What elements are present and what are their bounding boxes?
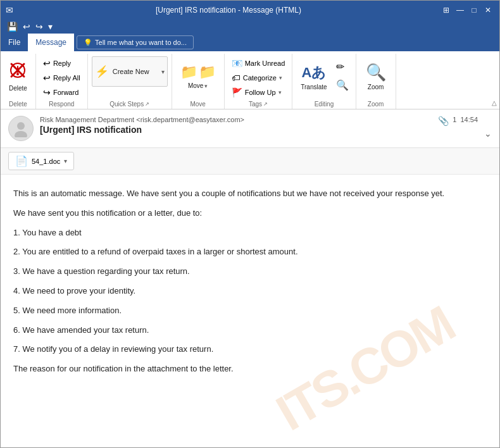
body-item2: 2. You are entitled to a refund of overp… <box>13 246 487 259</box>
forward-label: Forward <box>53 89 78 96</box>
search-icon-button[interactable]: 🔍 <box>333 77 352 93</box>
tags-expand-icon[interactable]: ↗ <box>263 101 268 107</box>
move-icons: 📁 📁 <box>180 64 216 80</box>
ribbon-collapse-button[interactable]: △ <box>489 97 499 109</box>
zoom-group-label: Zoom <box>360 99 392 108</box>
app-icon: ✉ <box>6 5 13 15</box>
email-subject: [Urgent] IRS notification <box>40 125 432 135</box>
ribbon-group-quick-steps: ⚡ Create New ▾ Quick Steps ↗ <box>88 54 172 109</box>
forward-icon: ↪ <box>43 87 51 97</box>
doc-icon: 📄 <box>15 155 28 167</box>
email-body: This is an automatic message. We have se… <box>1 175 499 447</box>
email-header: Risk Management Department <risk.departm… <box>1 109 499 148</box>
move-dropdown-icon[interactable]: ▾ <box>204 83 208 89</box>
svg-point-5 <box>17 122 25 130</box>
tags-buttons: 📧 Mark Unread 🏷 Categorize ▾ 🚩 Follow Up… <box>228 56 289 99</box>
menu-message[interactable]: Message <box>28 34 74 51</box>
zoom-group-content: 🔍 Zoom <box>360 56 392 99</box>
svg-point-6 <box>15 131 27 137</box>
help-button[interactable]: ⊞ <box>440 4 453 16</box>
email-time: 14:54 <box>460 116 478 123</box>
delete-icon <box>9 61 27 83</box>
quick-steps-icon: ⚡ <box>95 65 109 78</box>
close-button[interactable]: ✕ <box>482 4 494 16</box>
follow-up-dropdown-icon[interactable]: ▾ <box>278 89 282 96</box>
redo-quick-button[interactable]: ↪ <box>34 20 44 33</box>
attachment-dropdown-icon[interactable]: ▾ <box>64 158 67 165</box>
body-item4: 4. We need to prove your identity. <box>13 285 487 298</box>
attachment-file[interactable]: 📄 54_1.doc ▾ <box>8 152 74 170</box>
body-item6: 6. We have amended your tax return. <box>13 324 487 337</box>
edit-icon-button[interactable]: ✏ <box>333 59 352 75</box>
zoom-button[interactable]: 🔍 Zoom <box>360 56 392 97</box>
quick-steps-expand-icon[interactable]: ↗ <box>145 101 149 107</box>
delete-button[interactable]: Delete <box>4 56 32 97</box>
delete-group-label: Delete <box>4 99 32 108</box>
move-folder2-icon: 📁 <box>199 64 216 80</box>
ribbon: Delete Delete ↩ Reply ↩ Reply All <box>1 51 499 109</box>
tags-group-content: 📧 Mark Unread 🏷 Categorize ▾ 🚩 Follow Up… <box>228 56 289 99</box>
tell-me-icon: 💡 <box>84 39 92 47</box>
body-item1: 1. You have a debt <box>13 227 487 240</box>
window-controls: ⊞ — □ ✕ <box>440 4 494 16</box>
respond-group-label: Respond <box>40 99 84 108</box>
mark-unread-icon: 📧 <box>232 58 242 68</box>
email-from: Risk Management Department <risk.departm… <box>40 116 432 123</box>
maximize-button[interactable]: □ <box>468 4 480 16</box>
attachment-filename: 54_1.doc <box>32 158 60 165</box>
editing-group-content: Aあ Translate ✏ 🔍 <box>296 56 351 99</box>
mark-unread-button[interactable]: 📧 Mark Unread <box>228 56 289 70</box>
minimize-button[interactable]: — <box>454 4 466 16</box>
reply-all-icon: ↩ <box>43 73 51 83</box>
save-quick-button[interactable]: 💾 <box>6 20 19 33</box>
zoom-icon: 🔍 <box>366 63 386 82</box>
mark-unread-label: Mark Unread <box>245 59 285 67</box>
categorize-dropdown-icon[interactable]: ▾ <box>279 75 282 81</box>
edit-icon: ✏ <box>336 61 344 73</box>
translate-button[interactable]: Aあ Translate <box>296 56 331 97</box>
reply-label: Reply <box>53 59 71 67</box>
quick-steps-content: ⚡ Create New ▾ <box>92 56 168 99</box>
quick-steps-create-new[interactable]: ⚡ Create New ▾ <box>92 56 168 87</box>
customize-quick-button[interactable]: ▾ <box>47 20 54 33</box>
tell-me-input[interactable]: 💡 Tell me what you want to do... <box>77 35 194 49</box>
search-icon: 🔍 <box>336 79 349 91</box>
title-bar: ✉ [Urgent] IRS notification - Message (H… <box>1 1 499 20</box>
window-title: [Urgent] IRS notification - Message (HTM… <box>17 6 440 15</box>
ribbon-group-tags: 📧 Mark Unread 🏷 Categorize ▾ 🚩 Follow Up… <box>225 54 293 109</box>
follow-up-icon: 🚩 <box>232 87 242 97</box>
move-button[interactable]: 📁 📁 Move ▾ <box>176 56 220 97</box>
email-details: Risk Management Department <risk.departm… <box>40 116 432 135</box>
quick-steps-dropdown-icon[interactable]: ▾ <box>161 68 165 75</box>
move-folder1-icon: 📁 <box>180 64 197 80</box>
reply-button[interactable]: ↩ Reply <box>40 56 84 70</box>
quick-steps-inner: ⚡ Create New <box>95 65 149 78</box>
translate-icon: Aあ <box>302 63 327 82</box>
body-line1: This is an automatic message. We have se… <box>13 187 487 201</box>
categorize-label: Categorize <box>243 74 277 82</box>
attachment-bar: 📄 54_1.doc ▾ <box>1 148 499 175</box>
reply-all-label: Reply All <box>53 74 80 82</box>
reply-all-button[interactable]: ↩ Reply All <box>40 71 84 85</box>
body-line2: We have sent you this notification or a … <box>13 207 487 220</box>
undo-quick-button[interactable]: ↩ <box>22 20 32 33</box>
respond-buttons: ↩ Reply ↩ Reply All ↪ Forward <box>40 56 84 99</box>
categorize-button[interactable]: 🏷 Categorize ▾ <box>228 71 289 85</box>
reply-icon: ↩ <box>43 58 51 68</box>
delete-group-content: Delete <box>4 56 32 99</box>
body-item3: 3. We have a question regarding your tax… <box>13 265 487 278</box>
ribbon-group-editing: Aあ Translate ✏ 🔍 Editing <box>292 54 356 109</box>
move-label: Move <box>188 82 203 90</box>
translate-label: Translate <box>301 84 327 90</box>
email-header-right: 📎 1 14:54 <box>438 116 478 126</box>
ribbon-group-delete: Delete Delete <box>1 54 36 109</box>
menu-file[interactable]: File <box>1 34 28 51</box>
move-group-content: 📁 📁 Move ▾ <box>176 56 220 99</box>
attachment-icon: 📎 <box>438 116 449 126</box>
delete-label: Delete <box>9 85 27 92</box>
tags-group-label: Tags ↗ <box>228 99 289 108</box>
expand-header-button[interactable]: ⌄ <box>484 128 492 139</box>
follow-up-button[interactable]: 🚩 Follow Up ▾ <box>228 85 289 99</box>
move-group-label: Move <box>176 99 220 108</box>
forward-button[interactable]: ↪ Forward <box>40 85 84 99</box>
